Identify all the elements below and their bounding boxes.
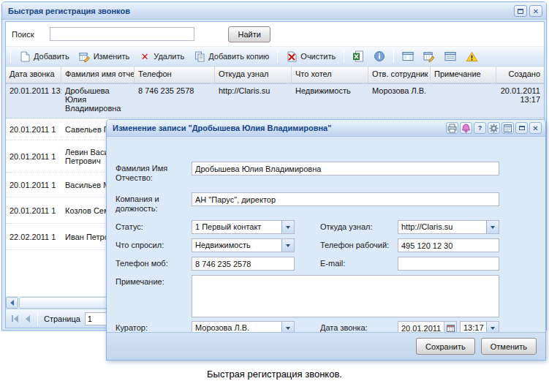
table-view-icon (444, 50, 456, 62)
cell-created: 20.01.2011 13:17 (496, 84, 542, 118)
clear-button[interactable]: Очистить (283, 49, 338, 64)
cell-phone: 8 746 235 2578 (135, 84, 215, 118)
source-combo[interactable]: http://Claris.su (398, 220, 499, 234)
edit-button[interactable]: Изменить (76, 49, 133, 64)
fio-input[interactable] (192, 162, 499, 176)
chevron-down-icon[interactable] (281, 239, 294, 252)
company-label: Компания и должность: (116, 195, 190, 214)
main-window-controls: ✕ (514, 5, 542, 17)
column-header-request[interactable]: Что хотел (292, 67, 368, 83)
table-edit-button[interactable] (420, 49, 438, 64)
info-button[interactable] (371, 49, 388, 64)
maximize-icon (518, 9, 523, 14)
cell-call-date: 20.01.2011 13:17 (6, 84, 61, 118)
save-button[interactable]: Сохранить (416, 338, 475, 355)
page-label: Страница (44, 314, 80, 323)
dialog-body: Фамилия Имя Отчество: Компания и должнос… (107, 137, 545, 332)
toolbar-separator (344, 50, 344, 63)
arrow-left-icon (10, 300, 14, 306)
status-label: Статус: (116, 222, 190, 232)
page-number-input[interactable] (85, 312, 108, 325)
work-phone-label: Телефон рабочий: (320, 241, 398, 249)
settings-button[interactable] (488, 122, 500, 134)
excel-export-button[interactable] (349, 49, 367, 64)
request-combo[interactable]: Недвижимость (192, 238, 295, 252)
clear-icon (286, 50, 298, 62)
mobile-phone-input[interactable] (192, 257, 295, 271)
print-icon (447, 124, 457, 133)
dialog-footer: Сохранить Отменить (107, 332, 545, 360)
chevron-down-icon[interactable] (486, 221, 499, 233)
print-button[interactable] (446, 122, 458, 134)
company-input[interactable] (192, 192, 499, 206)
cell-call-date: 20.01.2011 1 (6, 178, 61, 192)
column-header-phone[interactable]: Телефон (135, 67, 215, 83)
column-header-created[interactable]: Создано (496, 67, 542, 83)
close-button[interactable]: ✕ (529, 5, 542, 17)
add-copy-button[interactable]: Добавить копию (191, 49, 272, 64)
help-button[interactable]: ? (474, 122, 486, 134)
cell-source: http://Claris.su (215, 84, 292, 118)
search-input[interactable] (50, 27, 194, 41)
toolbar-separator (10, 50, 11, 63)
new-document-icon (19, 50, 31, 62)
cell-note (431, 84, 496, 118)
cell-manager: Морозова Л.В. (368, 84, 431, 118)
column-header-call-date[interactable]: Дата звонка (6, 67, 61, 83)
form-view-button[interactable] (501, 122, 514, 134)
delete-button[interactable]: ✕ Удалить (136, 49, 187, 64)
delete-icon: ✕ (139, 50, 151, 62)
pagination-separator (37, 312, 38, 325)
table-columns-icon (402, 50, 414, 62)
dialog-titlebar[interactable]: Изменение записи "Дробышева Юлия Владими… (107, 120, 545, 137)
maximize-button[interactable] (514, 5, 527, 17)
cancel-button[interactable]: Отменить (481, 338, 537, 355)
note-label: Примечание: (116, 277, 190, 287)
bell-button[interactable] (460, 122, 472, 134)
main-window-title: Быстрая регистрация звонков (8, 7, 130, 15)
cell-call-date: 22.02.2011 1 (6, 230, 61, 244)
mobile-phone-label: Телефон моб: (116, 259, 190, 268)
add-button[interactable]: Добавить (16, 49, 72, 64)
source-label: Откуда узнал: (320, 222, 398, 231)
figure-caption: Быстрая регистрация звонков. (0, 369, 549, 380)
toolbar-separator (393, 50, 394, 63)
help-icon: ? (478, 124, 482, 132)
status-combo[interactable]: 1 Первый контакт (192, 220, 295, 234)
excel-export-icon (352, 50, 364, 62)
column-header-note[interactable]: Примечание (431, 67, 496, 83)
cell-name: Дробышева Юлия Владимировна (61, 84, 135, 118)
table-columns-button[interactable] (399, 49, 417, 64)
column-header-manager[interactable]: Отв. сотрудник (368, 67, 431, 83)
gear-icon (489, 124, 499, 133)
email-input[interactable] (398, 257, 499, 271)
toolbar-separator (277, 50, 278, 63)
cell-request: Недвижимость (292, 84, 368, 118)
call-date-label: Дата звонка: (320, 323, 398, 332)
form-icon (503, 124, 512, 133)
dialog-maximize-button[interactable] (515, 122, 528, 134)
table-row-selected[interactable]: 20.01.2011 13:17 Дробышева Юлия Владимир… (6, 83, 544, 118)
toolbar: Добавить Изменить ✕ Удалить Добавить (6, 46, 544, 67)
note-textarea[interactable] (192, 275, 499, 317)
chevron-down-icon[interactable] (281, 221, 294, 233)
column-header-source[interactable]: Откуда узнал (215, 67, 292, 83)
dialog-close-button[interactable]: ✕ (529, 122, 542, 134)
first-page-button[interactable] (10, 314, 20, 324)
main-window-titlebar[interactable]: Быстрая регистрация звонков ✕ (2, 2, 546, 20)
table-view-button[interactable] (442, 49, 459, 64)
first-page-icon (12, 315, 13, 322)
find-button[interactable]: Найти (228, 26, 270, 42)
grid-header: Дата звонка Фамилия имя отчество Телефон… (6, 67, 544, 83)
work-phone-input[interactable] (398, 238, 499, 252)
search-panel: Поиск Найти (6, 22, 544, 46)
close-icon: ✕ (532, 124, 538, 132)
edit-icon (79, 50, 91, 62)
info-icon (374, 50, 385, 62)
prev-page-button[interactable] (24, 314, 31, 324)
column-header-name[interactable]: Фамилия имя отчество (61, 67, 135, 83)
fio-label: Фамилия Имя Отчество: (116, 164, 190, 183)
scroll-left-button[interactable] (6, 297, 18, 309)
request-label: Что спросил: (116, 241, 190, 250)
warning-button[interactable] (463, 49, 480, 64)
